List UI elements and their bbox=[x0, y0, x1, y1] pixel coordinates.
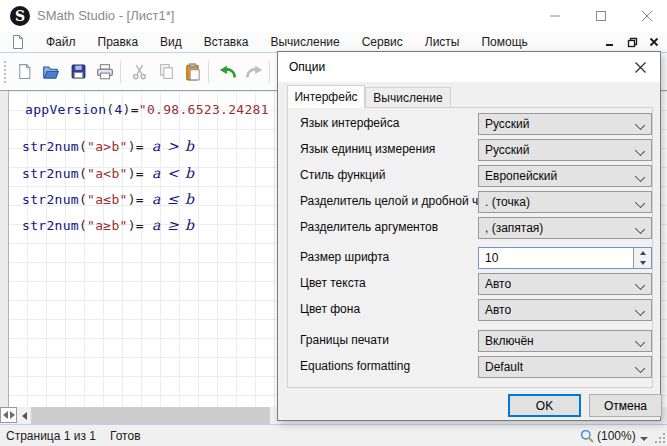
splitter-left-icon bbox=[3, 411, 8, 419]
print-button[interactable] bbox=[93, 60, 117, 84]
menu-tools[interactable]: Сервис bbox=[351, 33, 414, 51]
document-icon bbox=[10, 34, 26, 50]
mdi-close-button[interactable] bbox=[643, 34, 665, 50]
select-function-style[interactable]: Европейский bbox=[478, 165, 652, 187]
undo-button[interactable] bbox=[215, 60, 239, 84]
mdi-minimize-button[interactable] bbox=[599, 34, 621, 50]
window-maximize-button[interactable] bbox=[586, 6, 616, 26]
expression-str2num-ge[interactable]: str2num("a≥b")= a ≥ b bbox=[22, 217, 195, 233]
selected-value: . (точка) bbox=[485, 195, 530, 209]
minimize-icon bbox=[549, 10, 561, 22]
mdi-restore-button[interactable] bbox=[621, 34, 643, 50]
mdi-window-buttons bbox=[599, 34, 665, 50]
string-arg: "a≥b" bbox=[87, 218, 128, 233]
save-button[interactable] bbox=[66, 60, 90, 84]
string-arg: "a<b" bbox=[87, 166, 128, 181]
paste-clipboard-icon bbox=[184, 63, 202, 81]
expression-str2num-le[interactable]: str2num("a≤b")= a ≤ b bbox=[22, 191, 195, 207]
scroll-left-button[interactable] bbox=[18, 407, 31, 424]
menu-view[interactable]: Вид bbox=[149, 33, 193, 51]
dialog-title-bar[interactable]: Опции bbox=[278, 52, 660, 82]
string-arg: "a≤b" bbox=[87, 192, 128, 207]
select-background-color[interactable]: Авто bbox=[478, 299, 652, 321]
paren: ) bbox=[123, 102, 131, 117]
copy-button[interactable] bbox=[154, 60, 178, 84]
menu-help[interactable]: Помощь bbox=[470, 33, 538, 51]
function-name: str2num bbox=[22, 192, 79, 207]
menu-edit[interactable]: Правка bbox=[87, 33, 150, 51]
menu-items: Файл Правка Вид Вставка Вычисление Серви… bbox=[35, 33, 539, 51]
selected-value: Включён bbox=[485, 334, 534, 348]
new-page-icon bbox=[16, 63, 33, 80]
expression-str2num-gt[interactable]: str2num("a>b")= a > b bbox=[22, 138, 195, 154]
ok-button[interactable]: OK bbox=[508, 394, 581, 417]
options-dialog: Опции Интерфейс Вычисление Язык интерфей… bbox=[277, 51, 661, 421]
equals-sign: = bbox=[136, 218, 144, 233]
dialog-close-button[interactable] bbox=[628, 57, 652, 77]
new-file-button[interactable] bbox=[12, 60, 36, 84]
expression-str2num-lt[interactable]: str2num("a<b")= a < b bbox=[22, 165, 195, 181]
paren: ) bbox=[128, 218, 136, 233]
math-result: a ≤ b bbox=[152, 191, 195, 207]
label-print-borders: Границы печати bbox=[300, 333, 389, 347]
page-status: Страница 1 из 1 bbox=[6, 429, 96, 443]
resize-grip[interactable] bbox=[653, 431, 665, 443]
font-size-spinner[interactable]: 10 bbox=[478, 247, 652, 269]
zoom-dropdown-caret-icon[interactable] bbox=[640, 437, 648, 445]
equals-sign: = bbox=[136, 139, 144, 154]
restore-icon bbox=[627, 37, 638, 48]
select-arguments-separator[interactable]: , (запятая) bbox=[478, 217, 652, 239]
title-bar: S SMath Studio - [Лист1*] bbox=[0, 0, 667, 32]
close-icon bbox=[649, 37, 659, 47]
menu-calculation[interactable]: Вычисление bbox=[259, 33, 350, 51]
label-font-size: Размер шрифта bbox=[300, 250, 389, 264]
spinner-up-button[interactable] bbox=[634, 248, 651, 258]
scrollbar-splitter-handle[interactable] bbox=[0, 407, 17, 423]
select-interface-language[interactable]: Русский bbox=[478, 113, 652, 135]
save-floppy-icon bbox=[70, 63, 87, 80]
tab-interface[interactable]: Интерфейс bbox=[287, 85, 365, 108]
close-icon bbox=[641, 10, 653, 22]
chevron-down-icon bbox=[635, 198, 645, 208]
side-panel-splitter[interactable] bbox=[0, 91, 9, 408]
function-name: str2num bbox=[22, 218, 79, 233]
select-units-language[interactable]: Русский bbox=[478, 139, 652, 161]
paste-button[interactable] bbox=[181, 60, 205, 84]
zoom-level[interactable]: (100%) bbox=[597, 429, 636, 443]
triangle-down-icon bbox=[640, 261, 646, 265]
window-close-button[interactable] bbox=[632, 6, 662, 26]
select-decimal-separator[interactable]: . (точка) bbox=[478, 191, 652, 213]
window-minimize-button[interactable] bbox=[540, 6, 570, 26]
select-text-color[interactable]: Авто bbox=[478, 273, 652, 295]
menu-file[interactable]: Файл bbox=[35, 33, 87, 51]
cancel-button[interactable]: Отмена bbox=[589, 394, 662, 417]
paren: ) bbox=[128, 139, 136, 154]
select-print-borders[interactable]: Включён bbox=[478, 330, 652, 352]
redo-button[interactable] bbox=[242, 60, 266, 84]
scrollbar-thumb[interactable] bbox=[31, 407, 270, 424]
chevron-down-icon bbox=[635, 337, 645, 347]
expression-appversion[interactable]: appVersion(4)="0.98.6523.24281 bbox=[25, 102, 269, 117]
select-equations-formatting[interactable]: Default bbox=[478, 356, 652, 378]
ready-status: Готов bbox=[110, 429, 141, 443]
string-arg: "a>b" bbox=[87, 139, 128, 154]
equals-sign: = bbox=[136, 192, 144, 207]
chevron-down-icon bbox=[635, 146, 645, 156]
cut-button[interactable] bbox=[127, 60, 151, 84]
toolbar-grip[interactable] bbox=[4, 61, 9, 83]
label-interface-language: Язык интерфейса bbox=[300, 116, 399, 130]
tab-calculation[interactable]: Вычисление bbox=[365, 87, 451, 108]
tab-label: Интерфейс bbox=[294, 90, 357, 104]
selected-value: Default bbox=[485, 360, 523, 374]
spinner-down-button[interactable] bbox=[634, 258, 651, 268]
menu-sheets[interactable]: Листы bbox=[414, 33, 471, 51]
string-result: "0.98.6523.24281 bbox=[139, 102, 269, 117]
chevron-left-icon bbox=[22, 412, 27, 420]
menu-insert[interactable]: Вставка bbox=[193, 33, 260, 51]
paren: ( bbox=[79, 139, 87, 154]
zoom-magnifier-icon[interactable] bbox=[580, 429, 595, 444]
open-file-button[interactable] bbox=[39, 60, 63, 84]
spinner-value: 10 bbox=[485, 251, 498, 265]
function-name: str2num bbox=[22, 166, 79, 181]
app-logo-icon: S bbox=[10, 6, 30, 26]
